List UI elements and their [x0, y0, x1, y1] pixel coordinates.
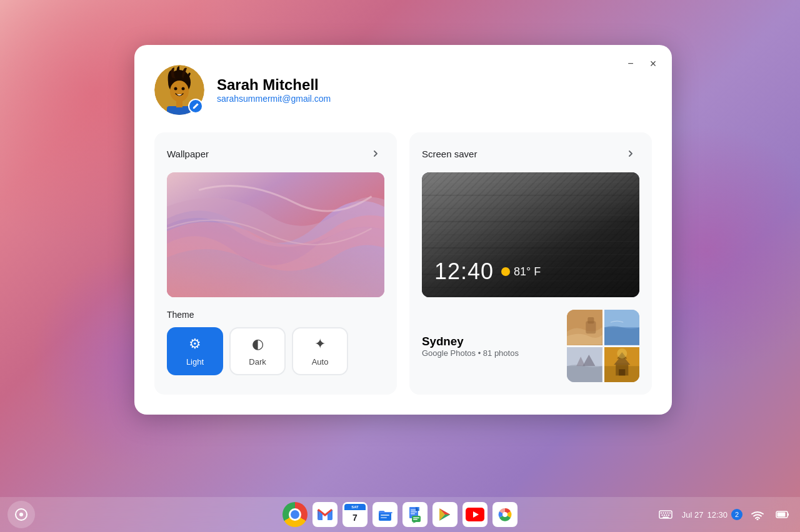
photo-cell-4 — [604, 347, 640, 383]
chrome-app[interactable] — [281, 501, 309, 528]
wifi-icon — [751, 509, 764, 520]
taskbar-right: Jul 27 12:30 2 — [654, 503, 792, 526]
theme-section: Theme ⚙ Light ◐ Dark ✦ Auto — [167, 310, 384, 375]
dialog-titlebar: − × — [622, 55, 662, 72]
svg-rect-6 — [176, 100, 182, 107]
svg-rect-46 — [381, 515, 389, 516]
photos-icon — [492, 502, 518, 527]
photo-cell-2 — [604, 310, 640, 345]
keyboard-button[interactable] — [654, 503, 677, 526]
auto-label: Auto — [312, 357, 329, 367]
sydney-count: 81 photos — [483, 348, 519, 358]
cards-container: Wallpaper — [154, 132, 652, 395]
light-icon: ⚙ — [189, 336, 201, 352]
date-time-area[interactable]: Jul 27 12:30 2 — [682, 509, 742, 520]
theme-light-button[interactable]: ⚙ Light — [167, 327, 223, 375]
screensaver-card: Screen saver — [409, 132, 652, 395]
svg-rect-73 — [778, 513, 786, 517]
photo-cell-1 — [567, 310, 602, 345]
launcher-button[interactable] — [8, 501, 35, 528]
profile-section: Sarah Mitchell sarahsummermit@gmail.com — [154, 65, 652, 115]
theme-auto-button[interactable]: ✦ Auto — [292, 327, 348, 375]
weather-sun-icon — [501, 267, 510, 276]
battery-button[interactable] — [772, 505, 792, 525]
svg-rect-63 — [667, 513, 668, 514]
auto-icon: ✦ — [314, 336, 326, 352]
youtube-logo — [466, 508, 484, 521]
calendar-icon: SAT 7 — [342, 502, 368, 527]
chevron-right-icon-2 — [625, 148, 636, 159]
taskbar: SAT 7 — [0, 497, 800, 532]
wifi-button[interactable] — [748, 505, 768, 525]
svg-point-43 — [19, 513, 23, 516]
profile-dialog: − × — [134, 45, 672, 415]
svg-rect-54 — [413, 518, 419, 519]
svg-rect-66 — [664, 515, 665, 516]
close-button[interactable]: × — [644, 55, 662, 72]
svg-rect-30 — [588, 317, 594, 323]
wallpaper-chevron-button[interactable] — [367, 145, 384, 162]
pencil-icon — [192, 102, 199, 110]
docs-app[interactable] — [401, 501, 429, 528]
gmail-icon — [312, 502, 338, 527]
notification-badge: 2 — [731, 509, 742, 520]
ss-time-display: 12:40 81° F — [434, 259, 541, 285]
screensaver-chevron-button[interactable] — [622, 145, 639, 162]
svg-rect-72 — [788, 513, 789, 516]
screensaver-preview[interactable]: 12:40 81° F — [422, 172, 639, 297]
wallpaper-preview[interactable] — [167, 172, 384, 297]
minimize-button[interactable]: − — [622, 55, 639, 72]
launcher-icon — [14, 508, 28, 521]
files-icon — [372, 502, 398, 527]
wallpaper-image — [167, 172, 384, 297]
files-logo — [376, 506, 394, 523]
battery-icon — [776, 510, 789, 519]
svg-rect-47 — [381, 517, 387, 518]
profile-info: Sarah Mitchell sarahsummermit@gmail.com — [217, 76, 331, 104]
sydney-info: Sydney Google Photos • 81 photos — [422, 335, 519, 358]
play-logo — [436, 506, 454, 523]
light-label: Light — [186, 357, 204, 367]
theme-dark-button[interactable]: ◐ Dark — [229, 327, 286, 375]
calendar-app[interactable]: SAT 7 — [341, 501, 369, 528]
svg-rect-68 — [668, 515, 669, 516]
ss-time-text: 12:40 — [434, 259, 494, 285]
photo-3-image — [567, 347, 602, 383]
profile-name: Sarah Mitchell — [217, 76, 331, 94]
profile-email[interactable]: sarahsummermit@gmail.com — [217, 94, 331, 104]
theme-label: Theme — [167, 310, 384, 320]
play-app[interactable] — [431, 501, 459, 528]
photo-2-image — [604, 310, 640, 345]
svg-rect-40 — [619, 369, 625, 375]
svg-point-4 — [182, 87, 185, 91]
svg-rect-62 — [665, 513, 666, 514]
svg-point-58 — [502, 512, 508, 517]
time-text: 12:30 — [707, 510, 728, 520]
svg-rect-50 — [411, 511, 417, 513]
youtube-app[interactable] — [461, 501, 489, 528]
keyboard-icon — [658, 507, 673, 522]
wallpaper-waves — [167, 172, 384, 297]
edit-badge[interactable] — [188, 99, 203, 114]
photos-logo — [496, 506, 514, 523]
gmail-logo — [316, 508, 334, 521]
svg-rect-55 — [413, 519, 418, 520]
wallpaper-card-header: Wallpaper — [167, 145, 384, 162]
svg-rect-61 — [662, 513, 664, 514]
svg-rect-67 — [666, 515, 667, 516]
photo-4-image — [604, 347, 640, 383]
screensaver-card-header: Screen saver — [422, 145, 639, 162]
photos-app[interactable] — [491, 501, 519, 528]
svg-rect-69 — [662, 517, 669, 518]
svg-point-3 — [174, 87, 178, 91]
sydney-name: Sydney — [422, 335, 519, 348]
sydney-section: Sydney Google Photos • 81 photos — [422, 310, 639, 382]
photo-grid[interactable] — [567, 310, 639, 382]
play-icon — [432, 502, 458, 527]
docs-icon — [402, 502, 428, 527]
svg-point-41 — [617, 348, 627, 358]
ss-weather-display: 81° F — [501, 265, 541, 278]
gmail-app[interactable] — [311, 501, 339, 528]
sydney-details: Google Photos • 81 photos — [422, 348, 519, 358]
files-app[interactable] — [371, 501, 399, 528]
